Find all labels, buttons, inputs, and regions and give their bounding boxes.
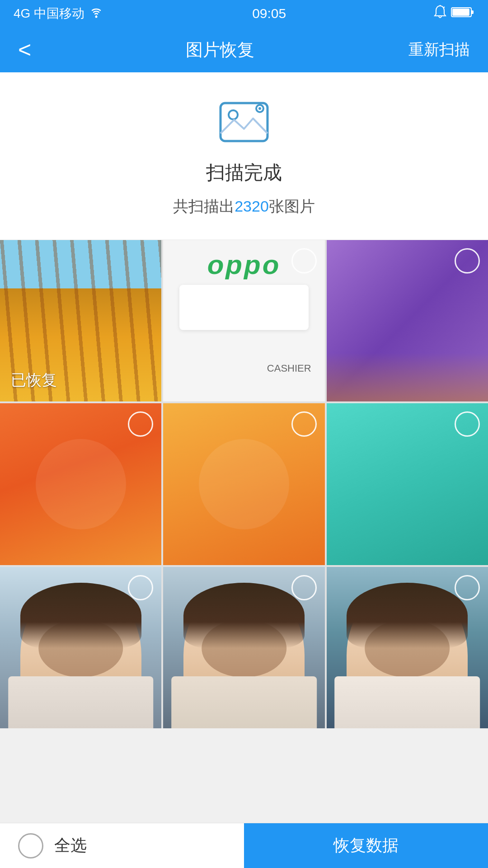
grid-item-4[interactable] <box>0 403 161 565</box>
grid-item-1[interactable]: 已恢复 <box>0 240 161 401</box>
svg-point-7 <box>229 110 238 119</box>
svg-rect-4 <box>452 9 469 16</box>
item-7-checkbox[interactable] <box>128 575 153 600</box>
item-8-checkbox[interactable] <box>291 575 317 600</box>
select-all-checkbox[interactable] <box>18 833 43 859</box>
selfie-hair-2 <box>183 583 305 648</box>
status-bar: 4G 中国移动 09:05 <box>0 0 488 27</box>
status-bar-right <box>434 5 474 23</box>
scan-count-prefix: 共扫描出 <box>173 198 235 215</box>
selfie-hair-1 <box>20 583 141 648</box>
scan-complete-title: 扫描完成 <box>206 160 282 185</box>
rescan-button[interactable]: 重新扫描 <box>408 39 470 60</box>
wifi-icon <box>88 6 104 22</box>
grid-item-5[interactable] <box>163 403 324 565</box>
status-bar-time: 09:05 <box>252 6 286 21</box>
grid-item-2[interactable]: oppo CASHIER <box>163 240 324 401</box>
cashier-label: CASHIER <box>267 363 311 374</box>
battery-icon <box>451 6 474 21</box>
item-5-checkbox[interactable] <box>291 411 317 437</box>
content-area: 扫描完成 共扫描出2320张图片 已恢复 oppo CASHIER <box>0 72 488 774</box>
select-all-section[interactable]: 全选 <box>0 823 244 868</box>
bell-icon <box>434 5 446 23</box>
signal-icon: 4G <box>14 6 30 21</box>
svg-point-0 <box>95 15 98 18</box>
svg-rect-5 <box>471 10 474 14</box>
grid-item-8[interactable] <box>163 567 324 728</box>
back-button[interactable]: < <box>18 38 31 61</box>
grid-item-6[interactable] <box>327 403 488 565</box>
grid-item-9[interactable] <box>327 567 488 728</box>
item-9-checkbox[interactable] <box>455 575 480 600</box>
svg-line-2 <box>444 7 445 8</box>
recover-button[interactable]: 恢复数据 <box>244 823 488 868</box>
svg-point-9 <box>258 107 261 110</box>
oppo-counter <box>179 285 309 330</box>
scan-count-number: 2320 <box>235 198 269 215</box>
item-6-checkbox[interactable] <box>455 411 480 437</box>
page-title: 图片恢复 <box>186 38 254 61</box>
select-all-label: 全选 <box>54 835 87 857</box>
scan-count: 共扫描出2320张图片 <box>173 196 315 217</box>
item-2-checkbox[interactable] <box>291 248 317 274</box>
selfie-clothing-1 <box>8 676 154 728</box>
oppo-logo: oppo <box>207 249 281 280</box>
scan-count-suffix: 张图片 <box>269 198 315 215</box>
selfie-clothing-2 <box>171 676 317 728</box>
photo-scan-icon <box>217 95 271 149</box>
recover-label: 恢复数据 <box>333 835 399 857</box>
selfie-hair-3 <box>347 583 468 648</box>
nav-bar: < 图片恢复 重新扫描 <box>0 27 488 72</box>
item-3-checkbox[interactable] <box>455 248 480 274</box>
grid-item-3[interactable] <box>327 240 488 401</box>
selfie-clothing-3 <box>335 676 480 728</box>
status-bar-left: 4G 中国移动 <box>14 5 104 22</box>
item-1-label: 已恢复 <box>11 370 57 391</box>
scan-banner: 扫描完成 共扫描出2320张图片 <box>0 72 488 240</box>
carrier-label: 中国移动 <box>34 5 84 22</box>
bottom-bar: 全选 恢复数据 <box>0 823 488 868</box>
image-grid: 已恢复 oppo CASHIER <box>0 240 488 728</box>
grid-item-7[interactable] <box>0 567 161 728</box>
